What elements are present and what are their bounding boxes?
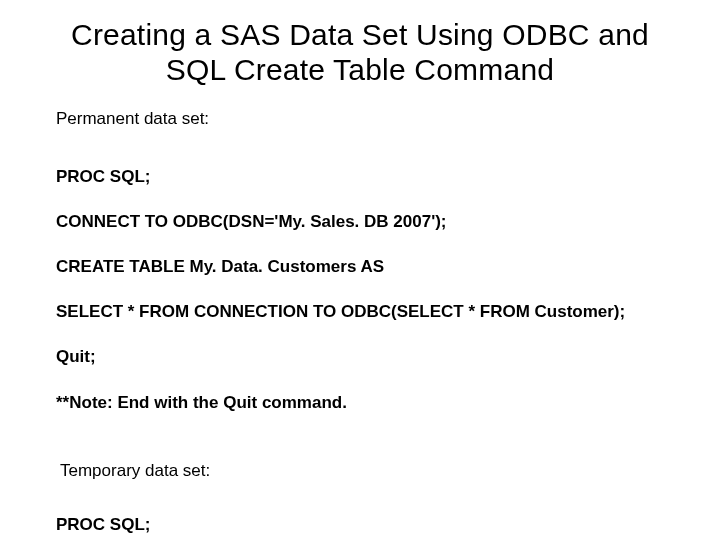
- slide: Creating a SAS Data Set Using ODBC and S…: [0, 0, 720, 540]
- section2-label: Temporary data set:: [60, 461, 664, 481]
- code-line: PROC SQL;: [56, 166, 664, 189]
- code-line: CREATE TABLE My. Data. Customers AS: [56, 256, 664, 279]
- section1-label: Permanent data set:: [56, 109, 664, 129]
- slide-title: Creating a SAS Data Set Using ODBC and S…: [56, 18, 664, 87]
- code-line: PROC SQL;: [56, 514, 664, 537]
- code-line: SELECT * FROM CONNECTION TO ODBC(SELECT …: [56, 301, 664, 324]
- code-line: Quit;: [56, 346, 664, 369]
- section2-code: PROC SQL; CONNECT TO ODBC(DSN='My. Sales…: [56, 491, 664, 540]
- code-line: CONNECT TO ODBC(DSN='My. Sales. DB 2007'…: [56, 211, 664, 234]
- section1-code: PROC SQL; CONNECT TO ODBC(DSN='My. Sales…: [56, 143, 664, 437]
- code-line: **Note: End with the Quit command.: [56, 392, 664, 415]
